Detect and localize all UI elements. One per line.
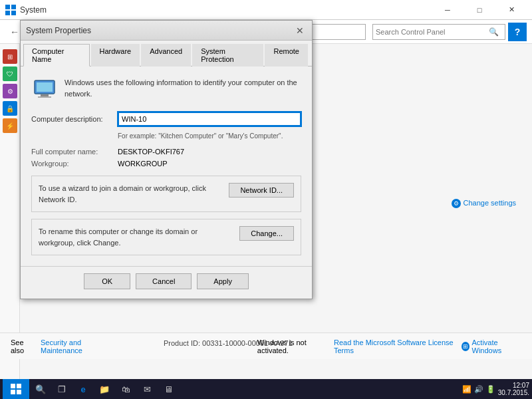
taskbar-search-button[interactable]: 🔍 <box>31 379 51 399</box>
description-row: Computer description: <box>31 112 301 126</box>
dialog-titlebar: System Properties ✕ <box>21 21 312 41</box>
mail-button[interactable]: ✉ <box>137 379 157 399</box>
full-name-row: Full computer name: DESKTOP-OKFI767 <box>31 148 301 156</box>
svg-rect-12 <box>17 390 21 394</box>
start-button[interactable] <box>3 379 29 399</box>
description-label: Computer description: <box>31 115 118 123</box>
battery-icon: 🔋 <box>486 385 495 394</box>
license-link[interactable]: Read the Microsoft Software License Term… <box>334 338 456 354</box>
clock-time: 12:07 <box>498 382 529 389</box>
full-name-value: DESKTOP-OKFI767 <box>118 148 184 156</box>
apply-button[interactable]: Apply <box>197 273 249 289</box>
dialog-body: Windows uses the following information t… <box>21 66 312 266</box>
clock-date: 30.7.2015. <box>498 389 529 396</box>
svg-rect-11 <box>11 390 15 394</box>
taskbar: 🔍 ❐ e 📁 🛍 ✉ 🖥 📶 🔊 🔋 12:07 30.7.2015. <box>0 379 532 399</box>
maximize-button[interactable]: □ <box>464 0 495 20</box>
tab-computer-name[interactable]: Computer Name <box>23 44 90 66</box>
store-button[interactable]: 🛍 <box>116 379 136 399</box>
close-button[interactable]: ✕ <box>496 0 527 20</box>
dialog-title: System Properties <box>26 26 293 35</box>
ok-button[interactable]: OK <box>84 273 130 289</box>
search-input[interactable] <box>376 28 489 36</box>
task-view-button[interactable]: ❐ <box>52 379 72 399</box>
description-hint: For example: "Kitchen Computer" or "Mary… <box>118 132 301 141</box>
network-id-button[interactable]: Network ID... <box>229 183 294 198</box>
titlebar-controls: ─ □ ✕ <box>432 0 527 20</box>
change-button[interactable]: Change... <box>239 226 294 241</box>
cancel-button[interactable]: Cancel <box>136 273 192 289</box>
rename-text: To rename this computer or change its do… <box>39 226 233 248</box>
pinned-app-button[interactable]: 🖥 <box>158 379 178 399</box>
minimize-button[interactable]: ─ <box>432 0 463 20</box>
svg-rect-8 <box>38 96 51 98</box>
search-bar: 🔍 <box>372 24 505 40</box>
svg-rect-10 <box>17 384 21 388</box>
search-icon[interactable]: 🔍 <box>489 27 499 37</box>
workgroup-label: Workgroup: <box>31 160 118 168</box>
dialog-overlay: System Properties ✕ Computer Name Hardwa… <box>0 0 299 346</box>
clock: 12:07 30.7.2015. <box>498 382 529 396</box>
tab-remote[interactable]: Remote <box>265 44 308 66</box>
settings-icon-small: ⚙ <box>452 199 461 208</box>
dialog-tabs: Computer Name Hardware Advanced System P… <box>21 41 312 66</box>
dialog-footer: OK Cancel Apply <box>21 266 312 299</box>
file-explorer-button[interactable]: 📁 <box>94 379 114 399</box>
svg-rect-7 <box>41 94 49 96</box>
windows-start-icon <box>11 384 21 394</box>
tab-system-protection[interactable]: System Protection <box>192 44 263 66</box>
rename-section: To rename this computer or change its do… <box>31 219 301 255</box>
tab-hardware[interactable]: Hardware <box>91 44 140 66</box>
info-text: Windows uses the following information t… <box>65 77 301 99</box>
taskbar-right: 📶 🔊 🔋 12:07 30.7.2015. <box>462 382 529 396</box>
tab-advanced[interactable]: Advanced <box>141 44 191 66</box>
volume-icon: 🔊 <box>474 385 483 394</box>
help-button[interactable]: ? <box>508 23 527 41</box>
svg-rect-6 <box>37 82 53 92</box>
full-name-label: Full computer name: <box>31 148 118 156</box>
computer-icon <box>31 77 58 104</box>
change-settings-link[interactable]: ⚙ Change settings <box>452 197 517 210</box>
workgroup-row: Workgroup: WORKGROUP <box>31 160 301 168</box>
workgroup-value: WORKGROUP <box>118 160 168 168</box>
computer-description-input[interactable] <box>118 112 301 126</box>
activate-windows-btn[interactable]: ⊞ Activate Windows <box>462 338 522 354</box>
network-id-section: To use a wizard to join a domain or work… <box>31 176 301 212</box>
network-id-text: To use a wizard to join a domain or work… <box>39 183 222 205</box>
svg-rect-9 <box>11 384 15 388</box>
edge-button[interactable]: e <box>73 379 93 399</box>
network-icon: 📶 <box>462 385 471 394</box>
info-section: Windows uses the following information t… <box>31 77 301 104</box>
system-properties-dialog: System Properties ✕ Computer Name Hardwa… <box>20 20 313 299</box>
activate-icon: ⊞ <box>462 342 469 351</box>
dialog-close-button[interactable]: ✕ <box>293 24 307 37</box>
